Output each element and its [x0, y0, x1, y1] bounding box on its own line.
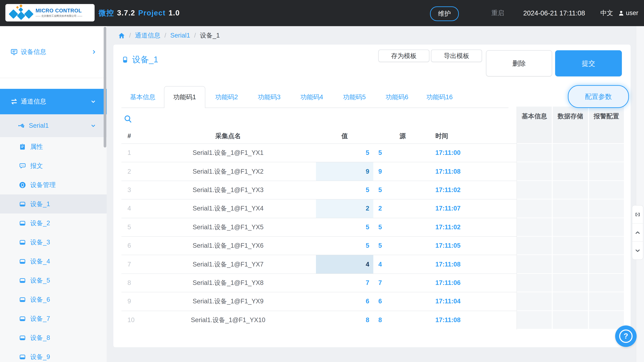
config-cell[interactable]	[589, 181, 624, 200]
config-cell[interactable]	[517, 237, 552, 255]
sidebar-item-device-4[interactable]: 设备_4	[0, 252, 107, 271]
tab-功能码2[interactable]: 功能码2	[205, 86, 248, 108]
breadcrumb-serial1[interactable]: Serial1	[170, 32, 190, 39]
search-icon[interactable]	[124, 114, 132, 123]
breadcrumb-channel-info[interactable]: 通道信息	[135, 31, 160, 40]
config-cell[interactable]	[589, 199, 624, 218]
config-cell[interactable]	[517, 144, 552, 162]
point-source: 4	[373, 255, 432, 274]
sidebar-item-channel-info[interactable]: 通道信息	[0, 89, 107, 114]
point-source: 9	[373, 162, 432, 181]
tab-功能码4[interactable]: 功能码4	[290, 86, 333, 108]
tab-功能码1[interactable]: 功能码1	[164, 86, 205, 108]
config-cell[interactable]	[589, 237, 624, 255]
home-icon[interactable]	[118, 32, 125, 39]
sidebar-item-attributes[interactable]: 属性	[0, 137, 107, 156]
function-code-tabs: 基本信息功能码1功能码2功能码3功能码4功能码5功能码6功能码16	[122, 86, 461, 108]
config-cell[interactable]	[553, 162, 588, 181]
sidebar-item-device-8[interactable]: 设备_8	[0, 328, 107, 347]
config-cell[interactable]	[589, 218, 624, 237]
sidebar-item-device-2[interactable]: 设备_2	[0, 214, 107, 233]
col-header-name: 采集点名	[140, 132, 316, 140]
scroll-to-top-button[interactable]	[632, 224, 643, 242]
sidebar-item-device-info[interactable]: 设备信息	[0, 26, 107, 78]
table-row[interactable]: 8Serial1.设备_1@F1_YX87717:11:06	[122, 274, 516, 292]
maintain-button[interactable]: 维护	[430, 6, 459, 21]
chevron-down-icon	[90, 98, 96, 105]
tab-功能码3[interactable]: 功能码3	[248, 86, 290, 108]
user-menu[interactable]: user	[618, 0, 638, 26]
config-cell[interactable]	[553, 311, 588, 330]
config-cell[interactable]	[589, 292, 624, 311]
table-row[interactable]: 4Serial1.设备_1@F1_YX42217:11:07	[122, 199, 516, 218]
config-cell[interactable]	[589, 311, 624, 330]
config-cell[interactable]	[517, 274, 552, 292]
sidebar-item-device-1[interactable]: 设备_1	[0, 194, 107, 214]
sidebar-item-device-9[interactable]: 设备_9	[0, 347, 107, 362]
restart-button[interactable]: 重启	[492, 0, 504, 26]
table-row[interactable]: 6Serial1.设备_1@F1_YX65517:11:05	[122, 237, 516, 255]
table-row[interactable]: 7Serial1.设备_1@F1_YX74417:11:08	[122, 255, 516, 274]
logo-subtitle: —— 北京微控工业网关技术有限公司 ——	[36, 14, 82, 18]
config-cell[interactable]	[517, 162, 552, 181]
sidebar-scrollbar[interactable]	[104, 27, 106, 147]
point-name: Serial1.设备_1@F1_YX4	[140, 199, 316, 218]
sidebar-item-device-6[interactable]: 设备_6	[0, 290, 107, 309]
table-row[interactable]: 10Serial1.设备_1@F1_YX108817:11:08	[122, 311, 516, 330]
config-cell[interactable]	[589, 255, 624, 274]
help-button[interactable]: ?	[615, 326, 636, 347]
point-source: 5	[373, 181, 432, 199]
config-cell[interactable]	[553, 199, 588, 218]
table-row[interactable]: 2Serial1.设备_1@F1_YX29917:11:08	[122, 162, 516, 181]
config-cell[interactable]	[517, 181, 552, 200]
config-cell[interactable]	[517, 311, 552, 330]
config-cell[interactable]	[589, 144, 624, 162]
tab-基本信息[interactable]: 基本信息	[122, 86, 164, 108]
tab-功能码16[interactable]: 功能码16	[418, 86, 461, 108]
table-row[interactable]: 1Serial1.设备_1@F1_YX15517:11:00	[122, 144, 516, 162]
table-row[interactable]: 5Serial1.设备_1@F1_YX55517:11:02	[122, 218, 516, 237]
monitor-icon	[10, 48, 18, 56]
point-source: 8	[373, 311, 432, 330]
table-row[interactable]: 9Serial1.设备_1@F1_YX96617:11:04	[122, 292, 516, 311]
collapse-width-button[interactable]	[632, 205, 643, 224]
column-basic-info: 基本信息	[517, 107, 552, 330]
table-body: 1Serial1.设备_1@F1_YX15517:11:002Serial1.设…	[122, 144, 516, 330]
sidebar-item-device-5[interactable]: 设备_5	[0, 271, 107, 290]
point-source: 5	[373, 237, 432, 255]
tab-功能码6[interactable]: 功能码6	[376, 86, 418, 108]
breadcrumb-current: 设备_1	[200, 31, 220, 40]
submit-button[interactable]: 提交	[555, 50, 622, 76]
point-name: Serial1.设备_1@F1_YX2	[140, 162, 316, 181]
point-name: Serial1.设备_1@F1_YX8	[140, 274, 316, 292]
sidebar-item-messages[interactable]: 报文	[0, 156, 107, 175]
point-value: 5	[316, 237, 373, 255]
config-cell[interactable]	[553, 292, 588, 311]
sidebar-item-device-mgmt[interactable]: 设备管理	[0, 175, 107, 194]
delete-button[interactable]: 删除	[486, 50, 552, 76]
save-template-button[interactable]: 存为模板	[378, 50, 429, 62]
config-cell[interactable]	[589, 274, 624, 292]
export-template-button[interactable]: 导出模板	[431, 50, 482, 62]
language-switch[interactable]: 中文	[600, 0, 613, 26]
config-cell[interactable]	[553, 218, 588, 237]
tab-功能码5[interactable]: 功能码5	[333, 86, 376, 108]
config-cell[interactable]	[553, 255, 588, 274]
config-cell[interactable]	[517, 292, 552, 311]
config-cell[interactable]	[553, 274, 588, 292]
sidebar-item-serial1[interactable]: Serial1	[0, 114, 107, 137]
config-cell[interactable]	[553, 237, 588, 255]
scroll-to-bottom-button[interactable]	[632, 242, 643, 259]
config-cell[interactable]	[553, 181, 588, 200]
config-cell[interactable]	[517, 255, 552, 274]
config-cell[interactable]	[517, 218, 552, 237]
page-scrollbar-track[interactable]	[636, 26, 644, 362]
config-cell[interactable]	[553, 144, 588, 162]
sidebar-item-device-3[interactable]: 设备_3	[0, 233, 107, 252]
config-params-button[interactable]: 配置参数	[568, 85, 629, 108]
table-row[interactable]: 3Serial1.设备_1@F1_YX35517:11:02	[122, 181, 516, 200]
config-cell[interactable]	[589, 162, 624, 181]
config-cell[interactable]	[517, 199, 552, 218]
sidebar-item-label: 设备_8	[30, 333, 50, 342]
sidebar-item-device-7[interactable]: 设备_7	[0, 309, 107, 328]
